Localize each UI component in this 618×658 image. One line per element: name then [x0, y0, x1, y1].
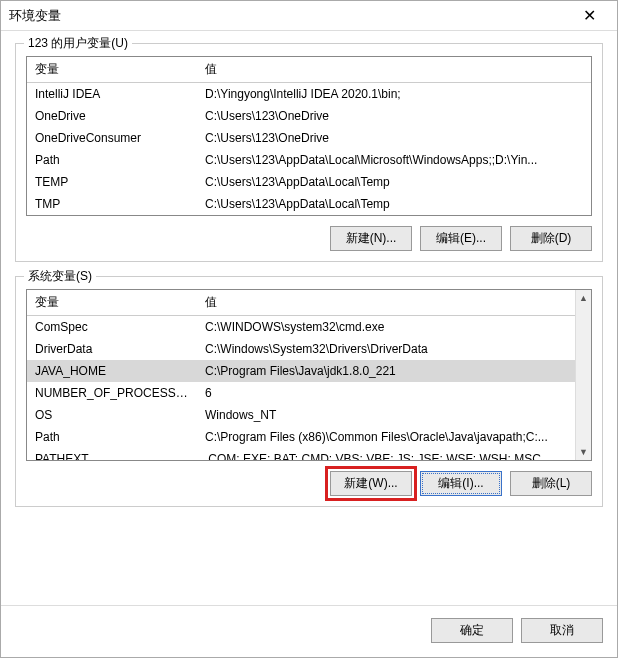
table-row[interactable]: PathC:\Users\123\AppData\Local\Microsoft…: [27, 149, 591, 171]
var-value-cell: C:\Users\123\AppData\Local\Temp: [197, 171, 591, 193]
var-name-cell: NUMBER_OF_PROCESSORS: [27, 382, 197, 404]
table-row[interactable]: PATHEXT.COM;.EXE;.BAT;.CMD;.VBS;.VBE;.JS…: [27, 448, 575, 461]
table-row[interactable]: PathC:\Program Files (x86)\Common Files\…: [27, 426, 575, 448]
var-value-cell: .COM;.EXE;.BAT;.CMD;.VBS;.VBE;.JS;.JSE;.…: [197, 448, 575, 461]
var-value-cell: C:\Users\123\OneDrive: [197, 105, 591, 127]
var-value-cell: C:\Users\123\AppData\Local\Temp: [197, 193, 591, 215]
var-name-cell: OS: [27, 404, 197, 426]
close-icon[interactable]: ✕: [569, 2, 609, 30]
system-button-row: 新建(W)... 编辑(I)... 删除(L): [26, 471, 592, 496]
table-row[interactable]: IntelliJ IDEAD:\Yingyong\IntelliJ IDEA 2…: [27, 83, 591, 106]
system-delete-button[interactable]: 删除(L): [510, 471, 592, 496]
user-button-row: 新建(N)... 编辑(E)... 删除(D): [26, 226, 592, 251]
system-vars-table[interactable]: 变量 值 ComSpecC:\WINDOWS\system32\cmd.exeD…: [26, 289, 592, 461]
user-new-button[interactable]: 新建(N)...: [330, 226, 412, 251]
var-name-cell: IntelliJ IDEA: [27, 83, 197, 106]
system-col-name[interactable]: 变量: [27, 290, 197, 316]
window-title: 环境变量: [9, 7, 569, 25]
user-vars-table[interactable]: 变量 值 IntelliJ IDEAD:\Yingyong\IntelliJ I…: [26, 56, 592, 216]
var-value-cell: 6: [197, 382, 575, 404]
system-vars-label: 系统变量(S): [24, 268, 96, 285]
var-name-cell: Path: [27, 426, 197, 448]
table-row[interactable]: ComSpecC:\WINDOWS\system32\cmd.exe: [27, 316, 575, 339]
cancel-button[interactable]: 取消: [521, 618, 603, 643]
env-vars-dialog: 环境变量 ✕ 123 的用户变量(U) 变量 值 IntelliJ IDEAD:…: [0, 0, 618, 658]
system-new-button[interactable]: 新建(W)...: [330, 471, 412, 496]
titlebar: 环境变量 ✕: [1, 1, 617, 31]
user-delete-button[interactable]: 删除(D): [510, 226, 592, 251]
var-name-cell: ComSpec: [27, 316, 197, 339]
system-col-value[interactable]: 值: [197, 290, 575, 316]
scrollbar[interactable]: ▲ ▼: [575, 290, 591, 460]
table-row[interactable]: TMPC:\Users\123\AppData\Local\Temp: [27, 193, 591, 215]
system-vars-group: 系统变量(S) 变量 值 ComSpecC:\WINDOWS\system32\…: [15, 276, 603, 507]
scroll-down-icon[interactable]: ▼: [576, 444, 591, 460]
table-row[interactable]: TEMPC:\Users\123\AppData\Local\Temp: [27, 171, 591, 193]
table-row[interactable]: JAVA_HOMEC:\Program Files\Java\jdk1.8.0_…: [27, 360, 575, 382]
table-row[interactable]: DriverDataC:\Windows\System32\Drivers\Dr…: [27, 338, 575, 360]
var-value-cell: C:\Program Files (x86)\Common Files\Orac…: [197, 426, 575, 448]
user-col-name[interactable]: 变量: [27, 57, 197, 83]
var-name-cell: TMP: [27, 193, 197, 215]
var-value-cell: C:\Windows\System32\Drivers\DriverData: [197, 338, 575, 360]
scroll-up-icon[interactable]: ▲: [576, 290, 591, 306]
user-vars-label: 123 的用户变量(U): [24, 35, 132, 52]
var-value-cell: C:\Users\123\AppData\Local\Microsoft\Win…: [197, 149, 591, 171]
var-value-cell: D:\Yingyong\IntelliJ IDEA 2020.1\bin;: [197, 83, 591, 106]
var-name-cell: JAVA_HOME: [27, 360, 197, 382]
var-value-cell: C:\Users\123\OneDrive: [197, 127, 591, 149]
content-area: 123 的用户变量(U) 变量 值 IntelliJ IDEAD:\Yingyo…: [1, 31, 617, 605]
var-name-cell: OneDriveConsumer: [27, 127, 197, 149]
var-value-cell: Windows_NT: [197, 404, 575, 426]
table-row[interactable]: NUMBER_OF_PROCESSORS6: [27, 382, 575, 404]
var-value-cell: C:\Program Files\Java\jdk1.8.0_221: [197, 360, 575, 382]
table-row[interactable]: OneDriveC:\Users\123\OneDrive: [27, 105, 591, 127]
var-name-cell: DriverData: [27, 338, 197, 360]
ok-button[interactable]: 确定: [431, 618, 513, 643]
var-name-cell: PATHEXT: [27, 448, 197, 461]
var-name-cell: TEMP: [27, 171, 197, 193]
var-name-cell: OneDrive: [27, 105, 197, 127]
system-edit-button[interactable]: 编辑(I)...: [420, 471, 502, 496]
user-vars-group: 123 的用户变量(U) 变量 值 IntelliJ IDEAD:\Yingyo…: [15, 43, 603, 262]
table-row[interactable]: OSWindows_NT: [27, 404, 575, 426]
var-name-cell: Path: [27, 149, 197, 171]
user-edit-button[interactable]: 编辑(E)...: [420, 226, 502, 251]
var-value-cell: C:\WINDOWS\system32\cmd.exe: [197, 316, 575, 339]
table-row[interactable]: OneDriveConsumerC:\Users\123\OneDrive: [27, 127, 591, 149]
user-col-value[interactable]: 值: [197, 57, 591, 83]
dialog-footer: 确定 取消: [1, 605, 617, 657]
